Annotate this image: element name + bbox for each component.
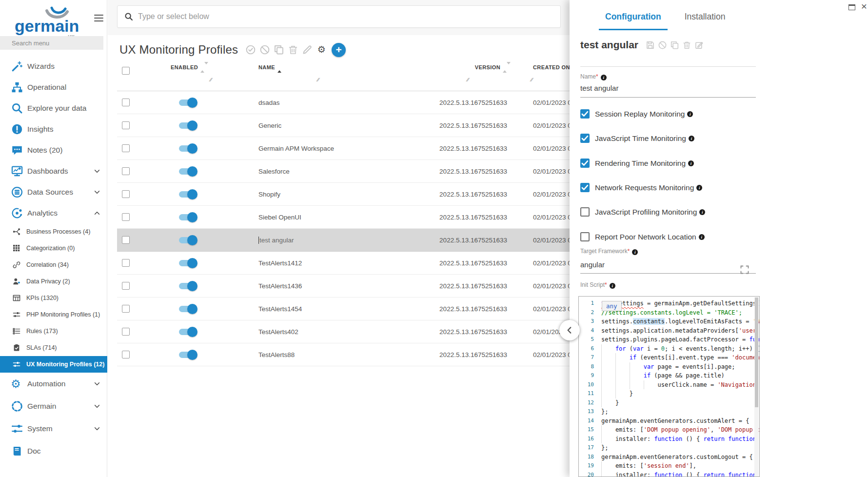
row-checkbox[interactable]: [122, 99, 130, 106]
editor-scrollbar[interactable]: [754, 297, 759, 477]
info-icon[interactable]: i: [696, 185, 702, 191]
table-row[interactable]: Germain APM Workspace2022.5.13.167525163…: [117, 137, 570, 160]
row-checkbox[interactable]: [122, 328, 130, 336]
enabled-toggle[interactable]: [179, 122, 197, 129]
fullscreen-icon[interactable]: [740, 265, 749, 274]
enabled-toggle[interactable]: [179, 329, 197, 335]
column-resize-grip[interactable]: //: [466, 77, 470, 82]
settings-button[interactable]: ⚙: [316, 45, 326, 55]
enabled-toggle[interactable]: [179, 237, 197, 243]
close-icon[interactable]: ×: [859, 0, 868, 12]
sidebar-item-analytics[interactable]: Analytics: [0, 202, 107, 223]
sidebar-item-insights[interactable]: Insights: [0, 119, 107, 139]
sort-icon[interactable]: [503, 64, 507, 70]
column-resize-grip[interactable]: //: [316, 77, 320, 82]
row-checkbox[interactable]: [122, 351, 130, 358]
table-row[interactable]: TestAlerts14542022.5.13.167525163302/01/…: [117, 298, 570, 320]
row-checkbox[interactable]: [122, 305, 130, 313]
sidebar-item-wizards[interactable]: Wizards: [0, 56, 107, 77]
row-checkbox[interactable]: [122, 282, 130, 290]
checkbox[interactable]: [580, 232, 590, 241]
column-header-enabled[interactable]: ENABLED: [158, 64, 217, 70]
column-header-name[interactable]: NAME: [258, 64, 282, 70]
collapse-panel-button[interactable]: [559, 320, 580, 340]
sidebar-item-correlation-34[interactable]: Correlation (34): [0, 257, 107, 273]
select-all-checkbox[interactable]: [122, 67, 130, 75]
row-checkbox[interactable]: [122, 144, 130, 152]
info-icon[interactable]: i: [688, 160, 694, 166]
tab-installation[interactable]: Installation: [678, 10, 732, 30]
checkbox[interactable]: [580, 207, 590, 217]
delete-button[interactable]: [288, 45, 298, 55]
sort-icon[interactable]: [200, 64, 205, 70]
table-row[interactable]: Shopify2022.5.13.167525163302/01/2023 0: [117, 183, 570, 206]
sidebar-item-explore-your-data[interactable]: Explore your data: [0, 98, 107, 119]
enabled-toggle[interactable]: [179, 145, 197, 152]
sidebar-item-slas-714[interactable]: SLAs (714): [0, 339, 107, 356]
info-icon[interactable]: i: [699, 209, 705, 215]
sidebar-item-php-monitoring-profiles-1[interactable]: PHP Monitoring Profiles (1): [0, 306, 107, 323]
sidebar-item-automation[interactable]: ⚙Automation: [0, 373, 107, 395]
table-row[interactable]: Generic2022.5.13.167525163302/01/2023 0: [117, 114, 570, 137]
info-icon[interactable]: i: [687, 111, 693, 117]
table-row[interactable]: TestAlerts882022.5.13.167525163302/01/20…: [117, 343, 570, 366]
table-row[interactable]: test angular2022.5.13.167525163302/01/20…: [117, 229, 570, 252]
sidebar-item-data-sources[interactable]: Data Sources: [0, 181, 107, 202]
enabled-toggle[interactable]: [179, 168, 197, 175]
edit-button[interactable]: [302, 45, 312, 55]
checkbox-row-session-replay-monitoring[interactable]: Session Replay Monitoringi: [580, 109, 693, 119]
row-checkbox[interactable]: [122, 190, 130, 198]
disable-button[interactable]: [658, 41, 667, 49]
sidebar-item-doc[interactable]: Doc: [0, 440, 107, 462]
table-row[interactable]: Siebel OpenUI2022.5.13.167525163302/01/2…: [117, 206, 570, 229]
sidebar-item-ux-monitoring-profiles-12[interactable]: UX Monitoring Profiles (12): [0, 356, 107, 373]
row-checkbox[interactable]: [122, 121, 130, 129]
sidebar-item-rules-173[interactable]: Rules (173): [0, 323, 107, 339]
checkbox[interactable]: [580, 159, 590, 168]
info-icon[interactable]: i: [610, 283, 615, 289]
checkbox-row-javascript-time-monitoring[interactable]: JavaScript Time Monitoringi: [580, 134, 694, 143]
enabled-toggle[interactable]: [179, 306, 197, 312]
sort-asc-icon[interactable]: [277, 64, 282, 70]
sidebar-item-kpis-1320[interactable]: KPIs (1320): [0, 290, 107, 306]
table-row[interactable]: TestAlerts4022022.5.13.167525163302/01/2…: [117, 320, 570, 343]
checkbox[interactable]: [580, 109, 590, 119]
tab-configuration[interactable]: Configuration: [599, 10, 668, 30]
sidebar-item-categorization-0[interactable]: Categorization (0): [0, 240, 107, 257]
sidebar-search-input[interactable]: [0, 36, 103, 50]
row-checkbox[interactable]: [122, 167, 130, 175]
row-checkbox[interactable]: [122, 213, 130, 221]
enabled-toggle[interactable]: [179, 191, 197, 198]
checkbox-row-report-poor-network-location[interactable]: Report Poor Network Locationi: [580, 232, 705, 241]
info-icon[interactable]: i: [632, 249, 638, 255]
column-header-version[interactable]: VERSION: [434, 64, 507, 70]
duplicate-button[interactable]: [671, 41, 679, 49]
table-row[interactable]: TestAlerts14122022.5.13.167525163302/01/…: [117, 252, 570, 275]
table-row[interactable]: TestAlerts14362022.5.13.167525163302/01/…: [117, 275, 570, 298]
checkbox-row-rendering-time-monitoring[interactable]: Rendering Time Monitoringi: [580, 159, 694, 168]
name-field[interactable]: test angular: [580, 84, 618, 92]
duplicate-button[interactable]: [274, 45, 284, 55]
save-button[interactable]: [646, 41, 654, 49]
enabled-toggle[interactable]: [179, 283, 197, 289]
edit-button[interactable]: [695, 41, 703, 49]
info-icon[interactable]: i: [601, 75, 607, 80]
table-row[interactable]: Salesforce2022.5.13.167525163302/01/2023…: [117, 160, 570, 183]
disable-button[interactable]: [260, 45, 270, 55]
sidebar-item-notes-20[interactable]: Notes (20): [0, 139, 107, 160]
add-button[interactable]: +: [332, 43, 346, 57]
info-icon[interactable]: i: [689, 136, 694, 141]
column-resize-grip[interactable]: //: [530, 77, 533, 82]
checkbox-row-network-requests-monitoring[interactable]: Network Requests Monitoringi: [580, 183, 702, 192]
column-resize-grip[interactable]: //: [209, 77, 213, 82]
table-row[interactable]: dsadas2022.5.13.167525163302/01/2023 0: [117, 91, 570, 114]
info-icon[interactable]: i: [699, 234, 705, 240]
sidebar-item-operational[interactable]: Operational: [0, 77, 107, 98]
row-checkbox[interactable]: [122, 236, 130, 244]
sidebar-item-business-processes-4[interactable]: Business Processes (4): [0, 223, 107, 240]
init-script-editor[interactable]: 1var settings = germainApm.getDefaultSet…: [578, 296, 760, 477]
sidebar-item-germain[interactable]: Germain: [0, 395, 107, 417]
checkbox[interactable]: [580, 134, 590, 143]
enabled-toggle[interactable]: [179, 352, 197, 358]
row-checkbox[interactable]: [122, 259, 130, 267]
